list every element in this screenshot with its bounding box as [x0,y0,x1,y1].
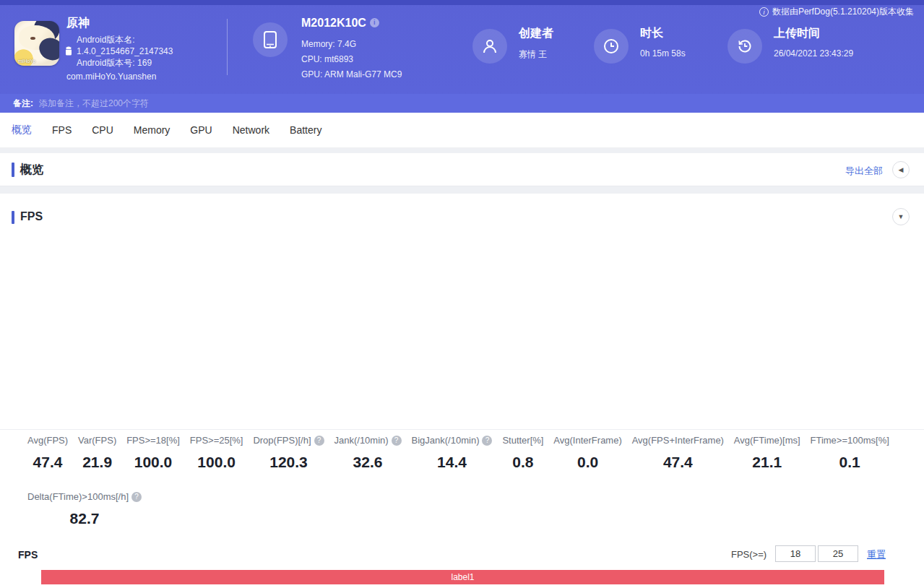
stat-Avg(InterFrame): Avg(InterFrame)0.0 [553,435,621,471]
stat-BigJank(/10min): BigJank(/10min)?14.4 [412,435,493,471]
upload-time-value: 26/04/2021 23:43:29 [774,48,853,59]
overview-title: 概览 [20,163,43,178]
app-icon-brand: miHoYo [18,59,35,64]
fps-section-title: FPS [20,210,43,223]
stat-Stutter[%]: Stutter[%]0.8 [502,435,543,471]
stat-value: 120.3 [253,454,324,471]
history-icon [736,38,754,55]
person-icon [481,38,498,55]
stat-label: Jank(/10min) [334,435,388,446]
tab-bar: 概览FPSCPUMemoryGPUNetworkBattery [0,113,924,148]
stat-value: 0.8 [502,454,543,471]
stat-label: BigJank(/10min) [412,435,480,446]
fps-threshold-input-2[interactable] [818,545,858,562]
fps-stats-row-2: Delta(FTime)>100ms[/h]?82.7 [27,491,142,527]
creator-icon-circle [472,29,507,64]
duration-label: 时长 [640,26,663,41]
stat-value: 21.9 [78,454,116,471]
fps-overview-card: FPS ▼ Avg(FPS)47.4Var(FPS)21.9FPS>=18[%]… [0,194,924,588]
note-input[interactable] [39,98,472,108]
upload-time-label: 上传时间 [774,26,820,41]
fps-threshold-input-1[interactable] [775,545,816,562]
stat-value: 0.0 [553,454,621,471]
stat-value: 0.1 [811,454,889,471]
stat-label: Avg(FPS) [27,435,68,446]
collapse-down-button[interactable]: ▼ [892,208,910,225]
help-icon[interactable]: ? [131,492,142,502]
separator [0,186,924,194]
stat-label: Avg(InterFrame) [553,435,621,446]
stat-FPS>=18[%]: FPS>=18[%]100.0 [126,435,180,471]
app-build-label: Android版本号: 169 [77,57,173,69]
device-model: M2012K10C [301,17,366,29]
tab-CPU[interactable]: CPU [92,124,113,136]
fps-chart-svg: 05101621263136424752012300:0000:4801:360… [0,584,924,588]
stat-label: Drop(FPS)[/h] [253,435,311,446]
stat-Delta(FTime)>100ms[/h]: Delta(FTime)>100ms[/h]?82.7 [27,491,142,527]
tab-FPS[interactable]: FPS [52,124,72,136]
accent-bar [12,211,14,224]
stat-value: 47.4 [632,454,724,471]
android-icon [64,46,74,57]
accent-bar [12,163,14,177]
fps-stats-row: Avg(FPS)47.4Var(FPS)21.9FPS>=18[%]100.0F… [0,435,924,471]
overview-header-row: 概览 导出全部 ◀ [0,153,924,186]
clock-icon [603,38,620,55]
stat-Avg(FPS): Avg(FPS)47.4 [27,435,68,471]
stat-Jank(/10min): Jank(/10min)?32.6 [334,435,401,471]
collapse-left-button[interactable]: ◀ [892,161,910,178]
stat-value: 100.0 [126,454,180,471]
help-icon[interactable]: ? [482,436,492,446]
stat-FPS>=25[%]: FPS>=25[%]100.0 [190,435,243,471]
export-all-link[interactable]: 导出全部 [845,165,883,178]
stat-value: 100.0 [190,454,243,471]
device-info-icon[interactable]: i [370,18,379,27]
chart-label-band: label1 [41,570,884,584]
duration-icon-circle [594,29,629,64]
stat-value: 47.4 [27,454,68,471]
stat-Avg(FTime)[ms]: Avg(FTime)[ms]21.1 [734,435,800,471]
device-cpu: CPU: mt6893 [301,52,402,67]
tab-Battery[interactable]: Battery [290,124,321,136]
stat-value: 32.6 [334,454,401,471]
separator [0,148,924,153]
report-header: miHoYo 原神 Android版本名: 1.4.0_2154667_2147… [0,0,924,94]
app-name: 原神 [66,16,90,31]
stat-label: FTime>=100ms[%] [811,435,889,446]
creator-value: 寡情 王 [519,48,547,61]
stat-value: 14.4 [412,454,493,471]
stat-Drop(FPS)[/h]: Drop(FPS)[/h]?120.3 [253,435,324,471]
divider [0,429,924,430]
device-memory: Memory: 7.4G [301,37,402,52]
app-package: com.miHoYo.Yuanshen [66,72,156,82]
tab-Network[interactable]: Network [233,124,269,136]
stat-value: 82.7 [27,510,142,527]
tab-Memory[interactable]: Memory [134,124,170,136]
reset-link[interactable]: 重置 [867,548,886,561]
stat-label: Avg(FPS+InterFrame) [632,435,724,446]
stat-label: FPS>=25[%] [190,435,243,446]
stat-value: 21.1 [734,454,800,471]
app-version-label: Android版本名: [77,34,173,46]
header-top-strip [0,0,924,5]
tab-概览[interactable]: 概览 [12,124,32,137]
device-icon-circle [253,22,288,57]
app-version-value: 1.4.0_2154667_2147343 [77,46,173,57]
creator-label: 创建者 [519,26,553,41]
device-gpu: GPU: ARM Mali-G77 MC9 [301,67,402,82]
app-icon: miHoYo [14,21,59,66]
note-bar: 备注: [0,94,924,113]
stat-label: Stutter[%] [502,435,543,446]
header-divider [227,19,228,75]
stat-Avg(FPS+InterFrame): Avg(FPS+InterFrame)47.4 [632,435,724,471]
help-icon[interactable]: ? [392,436,402,446]
duration-value: 0h 15m 58s [640,48,686,59]
stat-label: FPS>=18[%] [126,435,180,446]
note-label: 备注: [13,98,33,110]
chart-title: FPS [18,549,38,561]
stat-Var(FPS): Var(FPS)21.9 [78,435,116,471]
tab-GPU[interactable]: GPU [190,124,212,136]
stat-label: Var(FPS) [78,435,116,446]
stat-label: Avg(FTime)[ms] [734,435,800,446]
help-icon[interactable]: ? [314,436,324,446]
